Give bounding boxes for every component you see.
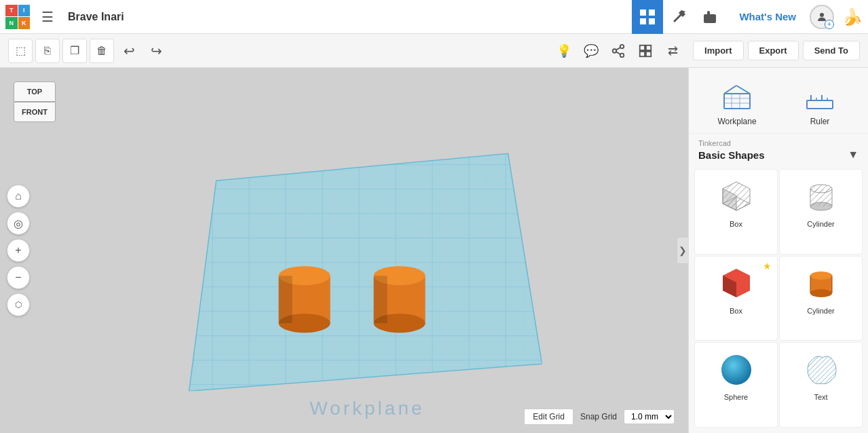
- snap-grid-select[interactable]: 1.0 mm 0.5 mm 2.0 mm: [624, 409, 675, 424]
- redo-button[interactable]: ↪: [144, 39, 168, 63]
- grid-view-button[interactable]: [632, 0, 663, 34]
- svg-point-59: [721, 355, 751, 385]
- category-source: Tinkercad: [698, 139, 858, 147]
- user-avatar[interactable]: +: [810, 5, 834, 29]
- svg-point-7: [613, 49, 617, 53]
- ruler-label-text: Ruler: [810, 117, 830, 126]
- cube-top-face[interactable]: TOP: [14, 81, 56, 102]
- zoom-out-button[interactable]: −: [7, 266, 30, 289]
- logo-t: T: [5, 5, 18, 17]
- svg-line-10: [616, 47, 620, 50]
- perspective-button[interactable]: ⬡: [7, 293, 30, 316]
- plus-badge: +: [825, 20, 834, 29]
- svg-line-30: [724, 86, 736, 94]
- tinkercad-logo: T I N K: [5, 5, 30, 29]
- workplane-tool[interactable]: Workplane: [702, 79, 772, 126]
- header-nav: [632, 0, 725, 34]
- svg-rect-18: [176, 140, 542, 391]
- svg-rect-11: [640, 45, 645, 50]
- panel-category: Tinkercad Basic Shapes ▼: [689, 134, 868, 164]
- svg-rect-29: [724, 94, 750, 109]
- expand-button[interactable]: ⬚: [8, 39, 33, 63]
- cube-front-face[interactable]: FRONT: [14, 102, 56, 122]
- cylinder-orange-label: Cylinder: [807, 307, 834, 315]
- svg-rect-23: [279, 276, 293, 323]
- duplicate-button[interactable]: ❐: [62, 39, 87, 63]
- svg-point-55: [810, 271, 832, 280]
- banana-icon: 🍌: [842, 7, 863, 26]
- copy-button[interactable]: ⎘: [35, 39, 60, 63]
- cylinder-left[interactable]: [279, 266, 331, 333]
- svg-rect-3: [649, 18, 655, 24]
- cylinder-gray-label: Cylinder: [807, 220, 834, 228]
- chat-icon[interactable]: 💬: [579, 39, 603, 63]
- svg-point-5: [820, 13, 824, 17]
- category-select-row[interactable]: Basic Shapes ▼: [698, 149, 858, 161]
- category-dropdown-arrow[interactable]: ▼: [848, 149, 858, 161]
- star-badge: ★: [763, 261, 772, 271]
- svg-point-6: [620, 44, 624, 48]
- snap-grid-label: Snap Grid: [580, 412, 617, 421]
- sphere-blue-label: Sphere: [724, 393, 748, 401]
- export-button[interactable]: Export: [748, 41, 799, 60]
- logo-n: N: [5, 17, 18, 29]
- shape-box-red[interactable]: ★ Box: [694, 256, 778, 341]
- delete-button[interactable]: 🗑: [90, 39, 114, 63]
- shape-text-gray[interactable]: Text: [779, 342, 863, 428]
- cylinder-orange-icon: [797, 263, 845, 304]
- svg-point-56: [810, 289, 832, 297]
- share-icon[interactable]: [606, 39, 630, 63]
- right-panel: Workplane Ruler Tinkercad Basic Sh: [688, 68, 868, 433]
- action-buttons: Import Export Send To: [693, 41, 860, 60]
- svg-rect-4: [704, 14, 716, 23]
- import-button[interactable]: Import: [693, 41, 743, 60]
- bottom-controls: Edit Grid Snap Grid 1.0 mm 0.5 mm 2.0 mm: [524, 409, 675, 425]
- svg-point-48: [810, 202, 832, 210]
- svg-line-9: [616, 52, 620, 54]
- workplane-svg: [176, 140, 542, 391]
- edit-grid-button[interactable]: Edit Grid: [524, 409, 573, 425]
- sphere-blue-icon: [713, 350, 760, 390]
- svg-point-47: [810, 185, 832, 193]
- zoom-in-button[interactable]: +: [7, 239, 30, 262]
- svg-rect-1: [649, 10, 655, 16]
- send-to-button[interactable]: Send To: [803, 41, 860, 60]
- text-shape-label: Text: [814, 393, 827, 401]
- canvas-area: [176, 140, 542, 391]
- cylinder-gray-icon: [797, 176, 845, 217]
- cylinder-right[interactable]: [374, 266, 426, 333]
- grid-settings-icon[interactable]: [633, 39, 658, 63]
- flip-icon[interactable]: ⇄: [660, 39, 685, 63]
- workplane-icon: [720, 79, 754, 113]
- ruler-tool[interactable]: Ruler: [785, 79, 854, 126]
- shape-box-gray[interactable]: Box: [694, 169, 778, 255]
- hammer-button[interactable]: [663, 0, 694, 34]
- ruler-icon: [803, 79, 837, 113]
- briefcase-button[interactable]: [694, 0, 725, 34]
- focus-button[interactable]: ◎: [7, 212, 30, 235]
- list-view-button[interactable]: ☰: [35, 5, 60, 29]
- svg-line-31: [736, 86, 750, 94]
- shape-sphere-blue[interactable]: Sphere: [694, 342, 778, 428]
- svg-rect-12: [646, 45, 651, 50]
- view-cube[interactable]: TOP FRONT: [14, 81, 56, 122]
- shape-cylinder-orange[interactable]: Cylinder: [779, 256, 863, 341]
- category-name: Basic Shapes: [698, 149, 844, 161]
- collapse-panel-button[interactable]: ❯: [677, 237, 688, 264]
- svg-rect-14: [640, 51, 645, 56]
- svg-rect-0: [640, 10, 646, 16]
- whats-new-button[interactable]: What's New: [731, 0, 804, 34]
- main-area: TOP FRONT ⌂ ◎ + − ⬡: [0, 68, 868, 433]
- box-gray-label: Box: [730, 220, 742, 228]
- viewport[interactable]: TOP FRONT ⌂ ◎ + − ⬡: [0, 68, 688, 433]
- box-gray-icon: [713, 176, 760, 217]
- svg-rect-2: [640, 18, 646, 24]
- undo-button[interactable]: ↩: [117, 39, 141, 63]
- logo-i: I: [18, 5, 31, 17]
- light-icon[interactable]: 💡: [552, 39, 576, 63]
- shape-cylinder-gray[interactable]: Cylinder: [779, 169, 863, 255]
- home-button[interactable]: ⌂: [7, 185, 30, 208]
- svg-point-8: [620, 53, 624, 57]
- shapes-grid: Box: [689, 164, 868, 433]
- project-name: Brave Inari: [68, 11, 124, 23]
